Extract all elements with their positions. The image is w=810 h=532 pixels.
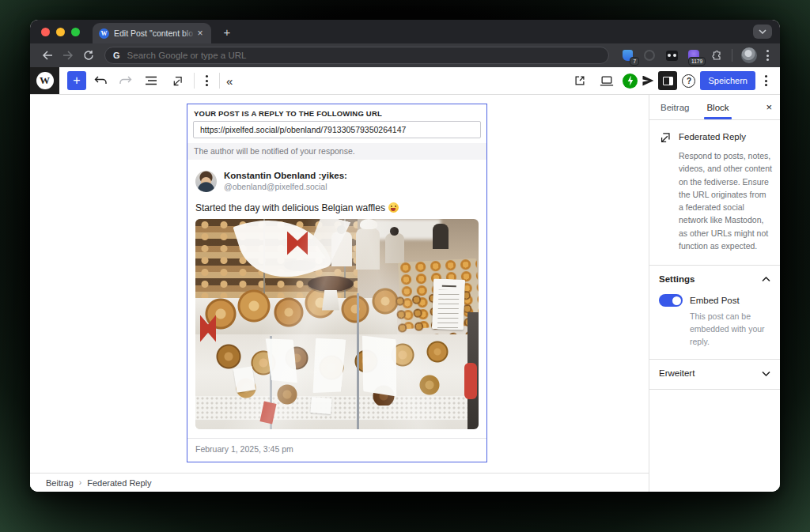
profile-avatar[interactable] [741,47,757,63]
browser-tab[interactable]: W Edit Post "content block" ‹ ob × [93,23,211,43]
embed-post-toggle[interactable] [659,294,683,307]
block-description: Respond to posts, notes, videos, and oth… [679,149,772,252]
reload-button[interactable] [79,46,98,65]
preview-button[interactable] [596,70,618,92]
tab-close-icon[interactable]: × [195,28,206,39]
block-options-button[interactable] [201,75,213,86]
block-info-card: Federated Reply Respond to posts, notes,… [649,120,780,266]
reply-url-input[interactable] [193,121,481,138]
tab-search-chevron-button[interactable] [753,25,772,39]
new-tab-button[interactable]: + [219,24,235,40]
tab-strip: W Edit Post "content block" ‹ ob × + [30,20,780,43]
jetpack-icon[interactable] [623,74,638,89]
editor-canvas[interactable]: YOUR POST IS A REPLY TO THE FOLLOWING UR… [30,95,649,473]
tab-title-fade [183,23,195,43]
editor-tools: + « [59,67,232,94]
settings-panel: Settings Embed Post This post can be emb… [649,266,780,360]
help-button[interactable]: ? [682,74,695,88]
redo-button[interactable] [115,70,137,92]
sidebar-tabs: Beitrag Block × [649,95,780,120]
undo-button[interactable] [89,70,112,92]
collapse-toolbar-button[interactable]: « [226,74,232,88]
settings-sidebar-toggle[interactable] [658,71,677,90]
block-inserter-button[interactable]: + [67,71,86,90]
editor-header-actions: ? Speichern [569,67,780,94]
author-avatar [195,171,217,192]
save-button[interactable]: Speichern [700,71,755,90]
embed-post-help: This post can be embedded with your repl… [690,311,770,348]
author-handle: @obenland@pixelfed.social [224,182,347,193]
back-button[interactable] [38,46,57,65]
reply-url-label: YOUR POST IS A REPLY TO THE FOLLOWING UR… [187,104,486,120]
editor-content: YOUR POST IS A REPLY TO THE FOLLOWING UR… [30,95,780,492]
chrome-menu-button[interactable] [762,50,774,61]
reply-block-indicator-button[interactable] [165,70,187,92]
advanced-panel-header[interactable]: Erweitert [659,368,770,378]
tab-post[interactable]: Beitrag [660,95,689,119]
extension-badge: 7 [630,57,639,66]
external-link-icon [573,74,586,87]
breadcrumb-root[interactable]: Beitrag [46,478,74,488]
federated-reply-block[interactable]: YOUR POST IS A REPLY TO THE FOLLOWING UR… [187,104,487,462]
embedded-post-header: Konstantin Obenland :yikes: @obenland@pi… [195,170,479,193]
extension-blue-button[interactable]: 7 [619,47,636,64]
chevron-down-icon [759,29,766,34]
sidebar-panel-icon [663,77,673,85]
breadcrumb-separator-icon: › [79,478,81,487]
wp-admin-button[interactable]: W [30,67,59,94]
block-title: Federated Reply [679,130,746,141]
breadcrumb-current[interactable]: Federated Reply [87,478,151,488]
tab-block[interactable]: Block [706,95,729,119]
post-timestamp: February 1, 2025, 3:45 pm [187,438,486,462]
chevron-up-icon [762,277,770,282]
extensions-puzzle-icon [710,50,722,62]
address-input[interactable] [127,51,600,60]
browser-window: W Edit Post "content block" ‹ ob × + G 7 [30,20,780,492]
list-view-button[interactable] [140,70,162,92]
extensions-menu-button[interactable] [707,47,725,64]
advanced-panel: Erweitert [649,360,780,390]
breadcrumb: Beitrag › Federated Reply [30,473,649,492]
undo-icon [93,75,108,86]
extension-dimmed-button[interactable] [641,47,658,64]
author-name: Konstantin Obenland :yikes: [224,170,347,182]
photo-shape [195,219,479,429]
close-sidebar-button[interactable]: × [766,95,772,119]
minimize-window-button[interactable] [56,28,65,36]
settings-panel-title: Settings [659,274,695,284]
toolbar-divider [194,73,195,89]
send-publicize-icon[interactable] [642,76,653,86]
wordpress-logo-icon: W [36,72,54,89]
extension-badge: 1179 [688,57,706,66]
settings-sidebar: Beitrag Block × Federated Reply Respond … [649,95,780,492]
list-view-icon [145,75,157,86]
advanced-panel-title: Erweitert [659,368,695,378]
extension-mask-button[interactable] [663,47,680,64]
traffic-lights [30,28,88,36]
wordpress-favicon: W [99,28,109,39]
address-bar[interactable]: G [104,47,609,64]
view-post-button[interactable] [569,70,591,92]
editor-header: W + « [30,67,780,95]
federated-reply-icon [657,130,672,144]
mask-extension-icon [666,51,678,61]
forward-button[interactable] [59,46,78,65]
face-savoring-food-emoji [388,202,399,213]
settings-panel-header[interactable]: Settings [659,274,770,284]
notify-help-text: The author will be notified of your resp… [187,143,486,160]
toolbar-divider [219,73,220,89]
back-icon [42,51,53,60]
post-text: Started the day with delicious Belgian w… [195,202,479,213]
browser-toolbar: G 7 1179 [30,43,780,67]
editor-canvas-column: YOUR POST IS A REPLY TO THE FOLLOWING UR… [30,95,649,492]
federated-reply-icon [170,74,184,87]
forward-icon [62,51,74,60]
reload-icon [83,50,94,61]
editor-options-button[interactable] [760,75,772,86]
maximize-window-button[interactable] [71,28,80,36]
close-window-button[interactable] [41,28,50,36]
google-g-icon: G [113,51,120,60]
extension-purple-button[interactable]: 1179 [685,47,702,64]
redo-icon [119,75,133,86]
post-photo [195,219,479,429]
